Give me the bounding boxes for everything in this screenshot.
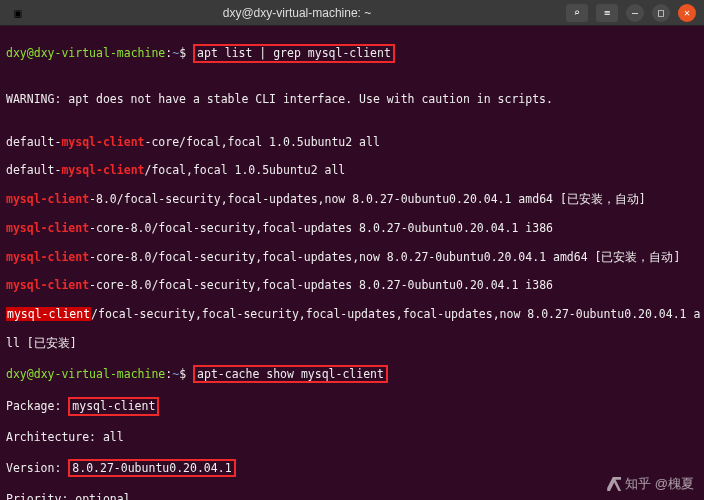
window-controls: ⌕ ≡ — □ ✕: [566, 4, 696, 22]
pkg-version: Version: 8.0.27-0ubuntu0.20.04.1: [6, 459, 698, 477]
close-button[interactable]: ✕: [678, 4, 696, 22]
pkg-package: Package: mysql-client: [6, 397, 698, 415]
list-row: mysql-client-core-8.0/focal-security,foc…: [6, 278, 698, 292]
list-row: mysql-client-8.0/focal-security,focal-up…: [6, 192, 698, 206]
list-row: mysql-client-core-8.0/focal-security,foc…: [6, 250, 698, 264]
version-box: 8.0.27-0ubuntu0.20.04.1: [68, 459, 235, 477]
pkg-arch: Architecture: all: [6, 430, 698, 444]
terminal-window: ▣ dxy@dxy-virtual-machine: ~ ⌕ ≡ — □ ✕ d…: [0, 0, 704, 500]
list-row: mysql-client-core-8.0/focal-security,foc…: [6, 221, 698, 235]
pkg-highlight: mysql-client: [6, 307, 91, 321]
cmd1-box: apt list | grep mysql-client: [193, 44, 395, 62]
menu-icon[interactable]: ≡: [596, 4, 618, 22]
list-row: default-mysql-client/focal,focal 1.0.5ub…: [6, 163, 698, 177]
package-box: mysql-client: [68, 397, 159, 415]
search-icon[interactable]: ⌕: [566, 4, 588, 22]
terminal-body[interactable]: dxy@dxy-virtual-machine:~$ apt list | gr…: [0, 26, 704, 500]
pkg-priority: Priority: optional: [6, 492, 698, 500]
list-row: mysql-client/focal-security,focal-securi…: [6, 307, 698, 321]
cmd2-box: apt-cache show mysql-client: [193, 365, 388, 383]
watermark: 知乎 @槐夏: [607, 476, 694, 492]
window-title: dxy@dxy-virtual-machine: ~: [28, 6, 566, 20]
maximize-button[interactable]: □: [652, 4, 670, 22]
minimize-button[interactable]: —: [626, 4, 644, 22]
warning-line: WARNING: apt does not have a stable CLI …: [6, 92, 698, 106]
prompt-line-1: dxy@dxy-virtual-machine:~$ apt list | gr…: [6, 44, 698, 62]
zhihu-icon: [607, 477, 621, 491]
list-row: default-mysql-client-core/focal,focal 1.…: [6, 135, 698, 149]
app-icon: ▣: [8, 6, 28, 20]
list-row-cont: ll [已安装]: [6, 336, 698, 350]
prompt-line-2: dxy@dxy-virtual-machine:~$ apt-cache sho…: [6, 365, 698, 383]
titlebar: ▣ dxy@dxy-virtual-machine: ~ ⌕ ≡ — □ ✕: [0, 0, 704, 26]
